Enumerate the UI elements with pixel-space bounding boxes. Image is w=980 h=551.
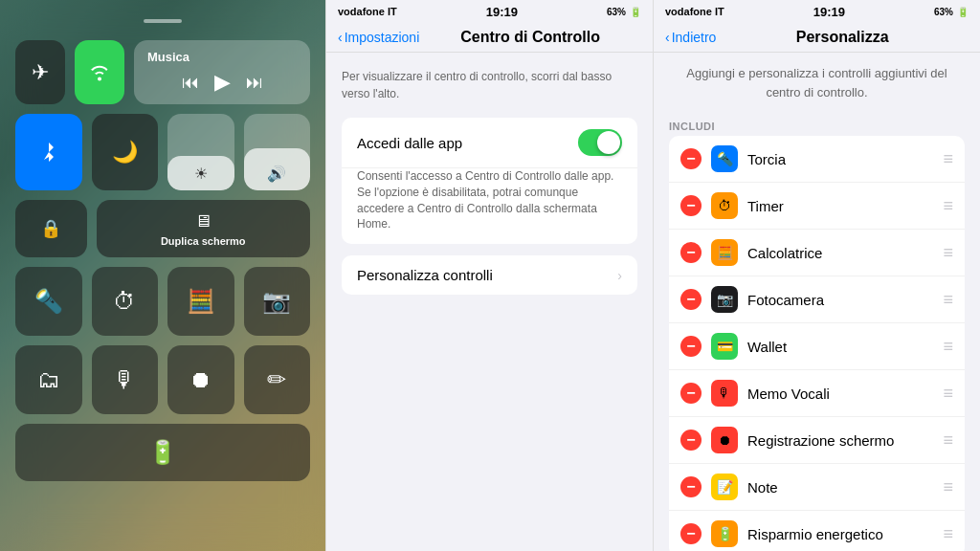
torcia-label: Torcia: [747, 151, 933, 167]
screen-rec-drag-handle[interactable]: ≡: [943, 430, 953, 451]
battery-save-icon: 🔋: [711, 520, 738, 547]
include-list: − 🔦 Torcia ≡ − ⏱ Timer ≡ − 🧮 Calcolatric…: [669, 136, 965, 551]
settings-desc: Per visualizzare il centro di controllo,…: [326, 68, 653, 118]
timer-drag-handle[interactable]: ≡: [943, 196, 953, 216]
list-item: − 🔋 Risparmio energetico ≡: [669, 511, 965, 551]
page-description: Aggiungi e personalizza i controlli aggi…: [654, 53, 980, 113]
list-item: − 📷 Fotocamera ≡: [669, 276, 965, 323]
moon-tile[interactable]: 🌙: [92, 114, 159, 190]
next-button[interactable]: ⏭: [246, 73, 263, 93]
control-center-panel: ✈ Musica ⏮ ▶ ⏭ 🌙: [0, 0, 325, 551]
edit-tile[interactable]: ✏: [244, 345, 311, 414]
back-label-right: Indietro: [672, 30, 717, 45]
wallet-tile[interactable]: 🗂: [15, 345, 82, 414]
airplane-mode-tile[interactable]: ✈: [15, 40, 65, 104]
play-button[interactable]: ▶: [214, 70, 231, 95]
camera-tile[interactable]: 📷: [244, 267, 311, 336]
screen-rec-label: Registrazione schermo: [747, 432, 933, 449]
nav-bar-right: ‹ Indietro Personalizza: [654, 23, 980, 53]
page-title-middle: Centro di Controllo: [419, 29, 641, 46]
back-label-middle: Impostazioni: [345, 30, 420, 45]
remove-camera-button[interactable]: −: [680, 289, 702, 310]
calc-label: Calcolatrice: [747, 245, 933, 261]
remove-battery-save-button[interactable]: −: [680, 523, 702, 544]
remove-calc-button[interactable]: −: [680, 242, 702, 263]
timer-tile[interactable]: ⏱: [92, 267, 159, 336]
screen-rec-icon: ⏺: [711, 427, 738, 453]
list-item: − 💳 Wallet ≡: [669, 323, 965, 370]
battery-pct-right: 63%: [934, 7, 953, 17]
access-row[interactable]: Accedi dalle app: [342, 118, 637, 168]
battery-icon-middle: 🔋: [630, 7, 641, 17]
wallet-drag-handle[interactable]: ≡: [943, 337, 953, 357]
settings-panel: vodafone IT 19:19 63% 🔋 ‹ Impostazioni C…: [325, 0, 653, 551]
access-toggle[interactable]: [578, 129, 622, 156]
page-title-right: Personalizza: [716, 29, 969, 46]
screen-record-tile[interactable]: ⏺: [167, 345, 234, 414]
note-icon: 📝: [711, 474, 738, 500]
remove-memo-button[interactable]: −: [680, 383, 702, 404]
memo-icon: 🎙: [711, 380, 738, 407]
battery-save-label: Risparmio energetico: [747, 526, 933, 542]
remove-screen-rec-button[interactable]: −: [680, 430, 702, 451]
mirror-tile[interactable]: 🖥 Duplica schermo: [97, 200, 311, 257]
music-title: Musica: [147, 50, 297, 64]
music-tile[interactable]: Musica ⏮ ▶ ⏭: [134, 40, 310, 104]
battery-icon-right: 🔋: [957, 7, 969, 17]
timer-label: Timer: [747, 198, 933, 214]
chevron-left-icon-right: ‹: [665, 30, 670, 45]
nav-bar-middle: ‹ Impostazioni Centro di Controllo: [326, 23, 653, 53]
include-section-header: INCLUDI: [654, 113, 980, 136]
calculator-tile[interactable]: 🧮: [167, 267, 234, 336]
screen-lock-tile[interactable]: 🔒: [15, 200, 87, 257]
timer-icon: ⏱: [711, 192, 738, 219]
note-drag-handle[interactable]: ≡: [943, 477, 953, 497]
remove-timer-button[interactable]: −: [680, 195, 702, 216]
battery-middle: 63% 🔋: [607, 7, 641, 17]
remove-torcia-button[interactable]: −: [680, 148, 702, 169]
note-label: Note: [747, 479, 933, 496]
torcia-drag-handle[interactable]: ≡: [943, 149, 953, 169]
calc-drag-handle[interactable]: ≡: [943, 243, 953, 263]
list-item: − 🧮 Calcolatrice ≡: [669, 230, 965, 276]
list-item: − 📝 Note ≡: [669, 464, 965, 511]
status-bar-right: vodafone IT 19:19 63% 🔋: [654, 0, 980, 23]
battery-right: 63% 🔋: [934, 7, 969, 17]
access-desc: Consenti l'accesso a Centro di Controllo…: [342, 168, 637, 244]
remove-note-button[interactable]: −: [680, 476, 702, 497]
wallet-icon: 💳: [711, 333, 738, 360]
prev-button[interactable]: ⏮: [182, 73, 199, 93]
customize-row[interactable]: Personalizza controlli ›: [342, 255, 637, 295]
remove-wallet-button[interactable]: −: [680, 336, 702, 357]
access-card: Accedi dalle app Consenti l'accesso a Ce…: [342, 118, 637, 244]
list-item: − 🔦 Torcia ≡: [669, 136, 965, 183]
chevron-left-icon-middle: ‹: [338, 30, 343, 45]
bluetooth-tile[interactable]: [15, 114, 82, 190]
flashlight-tile[interactable]: 🔦: [15, 267, 82, 336]
voice-memo-tile[interactable]: 🎙: [92, 345, 159, 414]
time-right: 19:19: [813, 5, 845, 19]
memo-label: Memo Vocali: [747, 386, 933, 402]
drag-handle: [144, 19, 182, 23]
brightness-tile[interactable]: ☀: [167, 114, 234, 190]
memo-drag-handle[interactable]: ≡: [943, 384, 953, 404]
volume-tile[interactable]: 🔊: [244, 114, 311, 190]
camera-icon: 📷: [711, 286, 738, 313]
battery-tile[interactable]: 🔋: [15, 424, 310, 481]
chevron-right-icon-customize: ›: [617, 268, 622, 283]
battery-save-drag-handle[interactable]: ≡: [943, 524, 953, 544]
camera-label: Fotocamera: [747, 292, 933, 308]
list-item: − 🎙 Memo Vocali ≡: [669, 370, 965, 417]
wifi-tile[interactable]: [75, 40, 124, 104]
camera-drag-handle[interactable]: ≡: [943, 290, 953, 310]
list-item: − ⏱ Timer ≡: [669, 183, 965, 230]
personalize-panel: vodafone IT 19:19 63% 🔋 ‹ Indietro Perso…: [653, 0, 980, 551]
access-label: Accedi dalle app: [357, 135, 568, 151]
back-button-right[interactable]: ‹ Indietro: [665, 30, 716, 45]
time-middle: 19:19: [486, 5, 518, 19]
list-item: − ⏺ Registrazione schermo ≡: [669, 417, 965, 464]
calc-icon: 🧮: [711, 239, 738, 266]
battery-pct-middle: 63%: [607, 7, 626, 17]
status-bar-middle: vodafone IT 19:19 63% 🔋: [326, 0, 653, 23]
back-button-middle[interactable]: ‹ Impostazioni: [338, 30, 419, 45]
